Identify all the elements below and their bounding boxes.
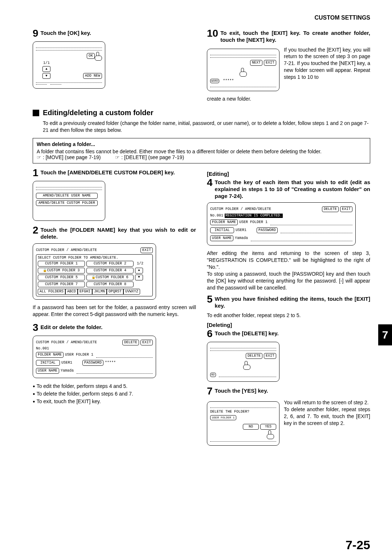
ok-button[interactable]: OK xyxy=(87,53,95,59)
exit-button[interactable]: EXIT xyxy=(264,353,276,359)
amend-user-button[interactable]: AMEND/DELETE USER NAME xyxy=(36,193,98,199)
down-arrow-icon[interactable]: ▼ xyxy=(135,275,143,280)
no-button[interactable]: NO xyxy=(243,424,259,430)
folder-item[interactable]: CUSTOM FOLDER 6 xyxy=(86,275,134,280)
initial-value: USER1 xyxy=(61,361,72,365)
folder-item[interactable]: CUSTOM FOLDER 7 xyxy=(38,281,85,287)
hand-icon xyxy=(267,430,274,438)
step-7-num: 7 xyxy=(207,386,213,396)
step-1-screen: AMEND/DELETE USER NAME AMEND/DELETE CUST… xyxy=(33,181,105,221)
note-line1: A folder that contains files cannot be d… xyxy=(37,149,366,154)
reg-complete: REGISTRATION IS COMPLETED. xyxy=(225,214,283,218)
exit-button[interactable]: EXIT xyxy=(140,340,153,345)
username-button[interactable]: USER NAME xyxy=(210,235,233,241)
step-10-screen: NEXT EXIT WORD ***** xyxy=(207,49,279,91)
up-arrow-icon[interactable]: ▲ xyxy=(135,268,143,274)
step-10-body: If you touched the [EXIT] key, you will … xyxy=(284,46,370,81)
hand-icon xyxy=(95,52,102,60)
step-7-body: You will return to the screen of step 2.… xyxy=(284,399,370,427)
step-1-num: 1 xyxy=(33,168,38,178)
password-button[interactable]: PASSWORD xyxy=(257,227,278,233)
note-title: When deleting a folder... xyxy=(37,141,366,147)
note-delete: ☞ : [DELETE] (see page 7-19) xyxy=(115,154,184,160)
hand-icon xyxy=(240,68,247,76)
folder-name-box: USER FOLDER 1 xyxy=(210,415,236,420)
step-10-body-tail: create a new folder. xyxy=(207,96,370,102)
folder-no: No.001 xyxy=(36,347,153,351)
step-3-screen: CUSTOM FOLDER / AMEND/DELETE DELETE EXIT… xyxy=(33,336,156,378)
screen-title: CUSTOM FOLDER / AMEND/DELETE xyxy=(210,207,271,211)
folder-item[interactable]: CUSTOM FOLDER 8 xyxy=(86,281,134,287)
exit-button[interactable]: EXIT xyxy=(264,60,276,66)
step-3-bullets: To edit the folder, perform steps 4 and … xyxy=(33,382,196,405)
step-7-screen: DELETE THE FOLDER? USER FOLDER 1 NO YES xyxy=(207,401,279,446)
hand-icon xyxy=(243,361,250,369)
down-arrow-icon[interactable]: ▼ xyxy=(42,73,50,79)
password-stars: ***** xyxy=(223,79,234,83)
step-3-num: 3 xyxy=(33,323,38,333)
exit-button[interactable]: EXIT xyxy=(340,206,352,212)
username-value: Yamada xyxy=(61,369,74,373)
folder-item[interactable]: CUSTOM FOLDER 2 xyxy=(86,261,134,267)
folder-item[interactable]: CUSTOM FOLDER 3 xyxy=(38,268,85,274)
lock-icon xyxy=(91,276,95,279)
tab-efghi[interactable]: EFGHI xyxy=(78,289,92,295)
folder-item[interactable]: CUSTOM FOLDER 5 xyxy=(38,275,85,280)
section-body: To edit a previously created folder (cha… xyxy=(43,120,370,134)
page-header: CUSTOM SETTINGS xyxy=(33,15,370,21)
step-7-text: Touch the [YES] key. xyxy=(215,386,370,394)
step-2-text: Touch the [FOLDER NAME] key that you wis… xyxy=(41,225,196,240)
exit-button[interactable]: EXIT xyxy=(140,247,153,253)
word-field: WORD xyxy=(210,79,219,83)
delete-button[interactable]: DELETE xyxy=(122,340,139,345)
step-6-text: Touch the [DELETE] key. xyxy=(215,329,370,337)
foldername-button[interactable]: FOLDER NAME xyxy=(210,219,238,225)
step-4-num: 4 xyxy=(207,178,213,188)
step-5-num: 5 xyxy=(207,294,213,304)
delete-button[interactable]: DELETE xyxy=(246,353,262,359)
screen-title: CUSTOM FOLDER / AMEND/DELETE xyxy=(36,248,97,252)
step-9-num: 9 xyxy=(33,28,38,39)
password-value: ***** xyxy=(105,361,116,365)
username-value: Yamada xyxy=(235,236,248,240)
page-number: 7-25 xyxy=(346,538,370,552)
initial-button[interactable]: INITIAL xyxy=(36,360,60,366)
step-3-text: Edit or delete the folder. xyxy=(41,323,196,331)
pager-label: 1/1 xyxy=(43,61,50,65)
step-1-text: Touch the [AMEND/DELETE CUSTOM FOLDER] k… xyxy=(41,168,196,176)
tab-opqrst[interactable]: OPQRST xyxy=(107,289,123,295)
lock-icon xyxy=(43,269,47,272)
step-6-num: 6 xyxy=(207,329,213,339)
up-arrow-icon[interactable]: ▲ xyxy=(42,66,50,72)
tab-abcd[interactable]: ABCD xyxy=(65,289,78,295)
next-button[interactable]: NEXT xyxy=(250,60,262,66)
folder-item[interactable]: CUSTOM FOLDER 1 xyxy=(38,261,85,267)
rd-field: RD xyxy=(210,373,216,377)
step-5-text: When you have finished editing the items… xyxy=(215,294,370,309)
folder-item[interactable]: CUSTOM FOLDER 4 xyxy=(86,268,134,274)
password-button[interactable]: PASSWORD xyxy=(82,360,103,366)
screen-title: CUSTOM FOLDER / AMEND/DELETE xyxy=(36,341,97,344)
username-button[interactable]: USER NAME xyxy=(36,368,59,374)
step-4-text: Touch the key of each item that you wish… xyxy=(215,178,370,199)
step-4-body: After editing the items and returning to… xyxy=(207,250,370,291)
folder-no: No.001 xyxy=(210,214,223,218)
step-2-body: If a password has been set for the folde… xyxy=(33,304,196,318)
initial-value: USER1 xyxy=(236,228,246,232)
initial-button[interactable]: INITIAL xyxy=(210,227,234,233)
delete-button[interactable]: DELETE xyxy=(322,206,339,212)
screen-subtitle: SELECT CUSTOM FOLDER TO AMEND/DELETE. xyxy=(38,256,151,260)
step-9-screen: OK 1/1 ▲ ▼ ADD NEW xyxy=(33,41,105,89)
step-2-num: 2 xyxy=(33,225,38,235)
foldername-button[interactable]: FOLDER NAME xyxy=(36,352,64,358)
pager-label: 1/2 xyxy=(135,262,145,266)
step-6-screen: DELETE EXIT RD xyxy=(207,342,279,382)
tab-jklmn[interactable]: JKLMN xyxy=(92,289,107,295)
step-9-text: Touch the [OK] key. xyxy=(41,28,196,37)
tab-uvwxyz[interactable]: UVWXYZ xyxy=(123,289,140,295)
note-move: ☞ : [MOVE] (see page 7-19) xyxy=(37,154,101,160)
tab-all[interactable]: ALL FOLDERS xyxy=(38,289,65,295)
amend-folder-button[interactable]: AMEND/DELETE CUSTOM FOLDER xyxy=(36,200,98,206)
add-new-button[interactable]: ADD NEW xyxy=(83,73,102,79)
yes-button[interactable]: YES xyxy=(260,424,276,430)
